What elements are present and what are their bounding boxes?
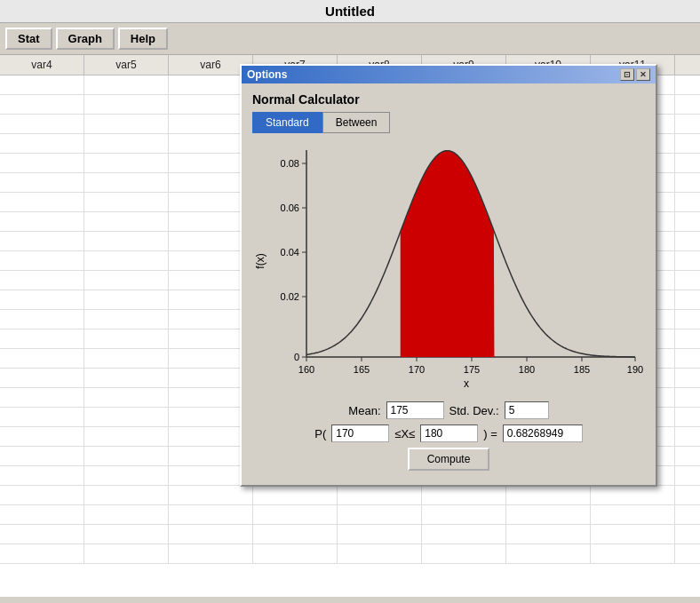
cell[interactable] xyxy=(591,544,675,563)
cell[interactable] xyxy=(338,505,422,524)
cell[interactable] xyxy=(84,75,169,94)
cell[interactable] xyxy=(675,75,700,94)
cell[interactable] xyxy=(422,525,506,543)
cell[interactable] xyxy=(0,466,84,485)
cell[interactable] xyxy=(0,310,84,329)
cell[interactable] xyxy=(0,173,84,192)
cell[interactable] xyxy=(675,251,700,270)
tab-standard[interactable]: Standard xyxy=(252,112,322,133)
cell[interactable] xyxy=(675,212,700,231)
cell[interactable] xyxy=(253,486,338,504)
cell[interactable] xyxy=(0,447,84,465)
cell[interactable] xyxy=(0,505,84,524)
cell[interactable] xyxy=(675,505,700,524)
help-button[interactable]: Help xyxy=(118,28,168,50)
mean-input[interactable] xyxy=(386,401,444,419)
cell[interactable] xyxy=(675,95,700,114)
cell[interactable] xyxy=(0,349,84,368)
cell[interactable] xyxy=(675,115,700,133)
cell[interactable] xyxy=(84,466,169,485)
cell[interactable] xyxy=(0,408,84,426)
cell[interactable] xyxy=(253,525,338,543)
cell[interactable] xyxy=(84,251,169,270)
cell[interactable] xyxy=(675,154,700,172)
cell[interactable] xyxy=(169,544,253,563)
cell[interactable] xyxy=(422,505,506,524)
cell[interactable] xyxy=(338,544,422,563)
compute-button[interactable]: Compute xyxy=(408,448,490,471)
stddev-input[interactable] xyxy=(505,401,549,419)
cell[interactable] xyxy=(0,329,84,348)
cell[interactable] xyxy=(84,290,169,309)
cell[interactable] xyxy=(675,388,700,407)
cell[interactable] xyxy=(84,408,169,426)
cell[interactable] xyxy=(675,134,700,153)
cell[interactable] xyxy=(675,329,700,348)
cell[interactable] xyxy=(675,173,700,192)
cell[interactable] xyxy=(675,544,700,563)
cell[interactable] xyxy=(506,544,591,563)
cell[interactable] xyxy=(0,154,84,172)
cell[interactable] xyxy=(0,427,84,446)
cell[interactable] xyxy=(0,75,84,94)
cell[interactable] xyxy=(0,212,84,231)
cell[interactable] xyxy=(84,447,169,465)
cell[interactable] xyxy=(84,427,169,446)
cell[interactable] xyxy=(0,271,84,290)
cell[interactable] xyxy=(84,544,169,563)
cell[interactable] xyxy=(169,525,253,543)
cell[interactable] xyxy=(84,349,169,368)
cell[interactable] xyxy=(84,310,169,329)
cell[interactable] xyxy=(0,193,84,211)
cell[interactable] xyxy=(0,544,84,563)
cell[interactable] xyxy=(0,369,84,387)
cell[interactable] xyxy=(675,447,700,465)
cell[interactable] xyxy=(0,251,84,270)
close-button[interactable]: ✕ xyxy=(636,68,650,81)
cell[interactable] xyxy=(675,349,700,368)
cell[interactable] xyxy=(0,95,84,114)
cell[interactable] xyxy=(675,408,700,426)
cell[interactable] xyxy=(84,369,169,387)
tab-between[interactable]: Between xyxy=(322,112,391,133)
cell[interactable] xyxy=(84,486,169,504)
cell[interactable] xyxy=(84,173,169,192)
cell[interactable] xyxy=(0,115,84,133)
lower-input[interactable] xyxy=(331,424,389,442)
cell[interactable] xyxy=(675,271,700,290)
cell[interactable] xyxy=(591,486,675,504)
cell[interactable] xyxy=(84,154,169,172)
cell[interactable] xyxy=(675,310,700,329)
upper-input[interactable] xyxy=(420,424,478,442)
cell[interactable] xyxy=(675,193,700,211)
cell[interactable] xyxy=(84,95,169,114)
cell[interactable] xyxy=(675,232,700,250)
cell[interactable] xyxy=(0,232,84,250)
result-input[interactable] xyxy=(503,424,583,442)
cell[interactable] xyxy=(84,329,169,348)
cell[interactable] xyxy=(169,505,253,524)
cell[interactable] xyxy=(338,525,422,543)
cell[interactable] xyxy=(0,486,84,504)
cell[interactable] xyxy=(84,525,169,543)
cell[interactable] xyxy=(506,505,591,524)
cell[interactable] xyxy=(84,505,169,524)
cell[interactable] xyxy=(169,486,253,504)
cell[interactable] xyxy=(675,290,700,309)
cell[interactable] xyxy=(422,486,506,504)
cell[interactable] xyxy=(675,427,700,446)
cell[interactable] xyxy=(675,466,700,485)
cell[interactable] xyxy=(84,271,169,290)
cell[interactable] xyxy=(84,115,169,133)
cell[interactable] xyxy=(84,212,169,231)
cell[interactable] xyxy=(675,525,700,543)
cell[interactable] xyxy=(84,193,169,211)
cell[interactable] xyxy=(506,525,591,543)
cell[interactable] xyxy=(422,544,506,563)
cell[interactable] xyxy=(506,486,591,504)
cell[interactable] xyxy=(675,369,700,387)
cell[interactable] xyxy=(591,525,675,543)
expand-button[interactable]: ⊡ xyxy=(620,68,634,81)
cell[interactable] xyxy=(253,505,338,524)
cell[interactable] xyxy=(591,505,675,524)
